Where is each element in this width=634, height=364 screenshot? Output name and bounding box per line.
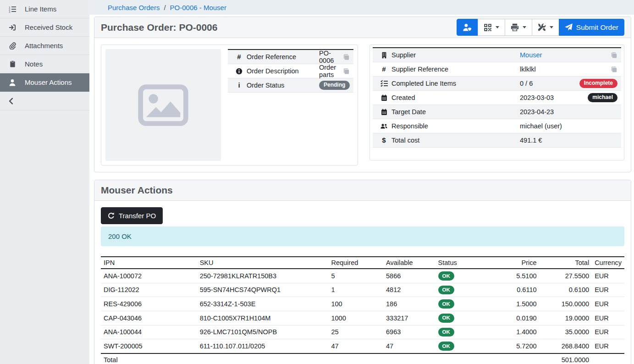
tools-icon <box>538 23 546 32</box>
cell-available: 4812 <box>383 283 436 297</box>
supplier-details-table: SupplierMouser#Supplier Referencelklklkl… <box>373 47 621 158</box>
detail-value: 2023-04-23 <box>520 108 554 116</box>
cell-sku: 810-C1005X7R1H104M <box>197 311 329 325</box>
chevron-left-icon <box>8 98 15 105</box>
cell-available: 333217 <box>383 311 436 325</box>
sidebar-item-label: Notes <box>25 60 43 68</box>
cell-currency: EUR <box>592 283 624 297</box>
cell-price: 5.5100 <box>491 269 540 283</box>
detail-label: Order Status <box>247 82 319 89</box>
breadcrumb-link-po-0006-mouser[interactable]: PO-0006 - Mouser <box>170 4 226 11</box>
cell-currency: EUR <box>592 297 624 311</box>
detail-row: $Total cost491.1 € <box>373 133 621 148</box>
cell-required: 1000 <box>328 311 383 325</box>
detail-link-mouser[interactable]: Mouser <box>520 51 542 59</box>
page-title: Purchase Order: PO-0006 <box>101 22 217 33</box>
cell-status: OK <box>436 269 491 283</box>
status-badge: michael <box>588 93 617 102</box>
sidebar-item-attachments[interactable]: Attachments <box>0 37 89 55</box>
sidebar: 123Line ItemsReceived StockAttachmentsNo… <box>0 0 89 364</box>
column-header-price: Price <box>491 257 540 269</box>
info-circle-icon <box>232 68 247 75</box>
cell-currency: EUR <box>592 325 624 339</box>
footer-cell <box>592 353 624 364</box>
caret-down-icon <box>550 26 553 28</box>
cell-total: 27.5500 <box>540 269 592 283</box>
cell-total: 150.0000 <box>540 297 592 311</box>
column-header-available: Available <box>383 257 436 269</box>
transfer-po-button[interactable]: Transfer PO <box>101 207 163 224</box>
purchase-order-panel: Purchase Order: PO-0006 <box>94 17 631 172</box>
cell-ipn: ANA-100072 <box>101 269 197 283</box>
mouser-actions-panel: Mouser Actions Transfer PO 200 OK IPNSKU… <box>94 180 631 364</box>
column-header-currency: Currency <box>592 257 624 269</box>
sidebar-item-line-items[interactable]: 123Line Items <box>0 0 89 18</box>
paper-plane-icon <box>565 23 573 31</box>
status-badge: OK <box>438 328 454 337</box>
status-badge: OK <box>438 286 454 295</box>
submit-order-label: Submit Order <box>576 23 618 32</box>
sign-in-icon <box>8 24 17 31</box>
detail-row: Target Date2023-04-23 <box>373 105 621 119</box>
cell-sku: 652-3314Z-1-503E <box>197 297 329 311</box>
caret-down-icon <box>523 26 526 28</box>
cell-status: OK <box>436 297 491 311</box>
copy-icon[interactable] <box>343 68 350 75</box>
table-row: SWT-200005611-110.107.011/02054747OK5.72… <box>101 339 624 353</box>
cell-price: 1.4000 <box>491 325 540 339</box>
mouser-actions-title: Mouser Actions <box>101 185 173 196</box>
detail-label: Total cost <box>391 137 520 144</box>
breadcrumb-link-purchase-orders[interactable]: Purchase Orders <box>108 4 160 11</box>
detail-value: 0 / 6 <box>520 80 533 87</box>
cell-required: 25 <box>328 325 383 339</box>
calendar-icon <box>376 109 391 116</box>
detail-value: michael (user) <box>520 122 562 130</box>
status-badge: OK <box>438 342 454 351</box>
detail-value: lklklkl <box>520 66 536 73</box>
cell-currency: EUR <box>592 311 624 325</box>
detail-row: Responsiblemichael (user) <box>373 119 621 133</box>
detail-value: Mouser <box>520 51 542 59</box>
print-actions-button[interactable] <box>505 19 532 36</box>
detail-row: Order DescriptionOrder parts <box>228 64 353 78</box>
copy-icon[interactable] <box>611 52 617 59</box>
cell-ipn: RES-429006 <box>101 297 197 311</box>
detail-label: Completed Line Items <box>391 80 520 87</box>
order-options-button[interactable] <box>532 19 559 36</box>
cell-sku: 250-72981KLRATR150B3 <box>197 269 329 283</box>
sidebar-item-notes[interactable]: Notes <box>0 55 89 73</box>
refresh-icon <box>108 212 115 219</box>
supplier-details-card: SupplierMouser#Supplier Referencelklklkl… <box>369 44 624 160</box>
cell-sku: 611-110.107.011/0205 <box>197 339 329 353</box>
line-items-table: IPNSKURequiredAvailableStatusPriceTotalC… <box>101 256 624 364</box>
cell-sku: 595-SN74HCS74QPWRQ1 <box>197 283 329 297</box>
main-content: Purchase Orders/PO-0006 - Mouser Purchas… <box>89 0 634 364</box>
column-header-required: Required <box>328 257 383 269</box>
order-details-table: #Order ReferencePO-0006Order Description… <box>228 49 353 161</box>
sidebar-collapse-button[interactable] <box>0 92 89 110</box>
barcode-actions-button[interactable] <box>478 19 505 36</box>
admin-button[interactable] <box>457 19 478 36</box>
cell-available: 47 <box>383 339 436 353</box>
order-image-placeholder <box>105 49 221 161</box>
footer-total-value: 501.0000 <box>540 353 592 364</box>
user-shield-icon <box>463 23 472 31</box>
paperclip-icon <box>8 42 17 50</box>
submit-order-button[interactable]: Submit Order <box>559 19 624 36</box>
detail-label: Order Description <box>247 67 319 75</box>
sidebar-item-mouser-actions[interactable]: Mouser Actions <box>0 73 89 92</box>
breadcrumb-separator: / <box>164 4 165 11</box>
copy-icon[interactable] <box>611 66 617 73</box>
status-badge: OK <box>438 299 454 309</box>
sidebar-item-received-stock[interactable]: Received Stock <box>0 18 89 37</box>
column-header-ipn: IPN <box>101 257 197 269</box>
column-header-total: Total <box>540 257 592 269</box>
column-header-status: Status <box>436 257 491 269</box>
detail-value: PO-0006 <box>319 50 343 64</box>
status-badge: OK <box>438 314 454 323</box>
cell-total: 19.0000 <box>540 311 592 325</box>
cell-status: OK <box>436 325 491 339</box>
mouser-actions-panel-header: Mouser Actions <box>94 180 631 201</box>
dollar-icon: $ <box>376 137 391 144</box>
copy-icon[interactable] <box>343 54 350 61</box>
